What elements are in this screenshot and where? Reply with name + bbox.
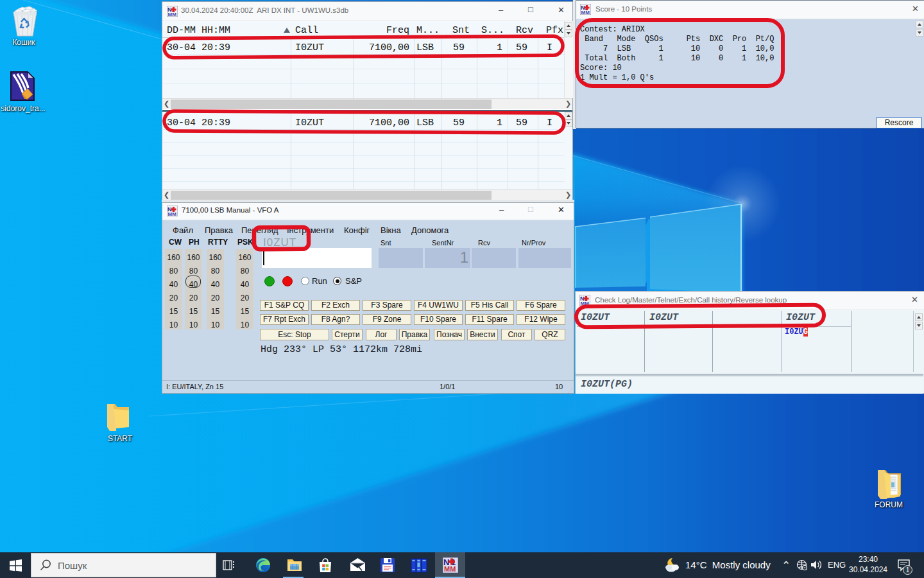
svg-text:MM: MM [444,565,456,573]
